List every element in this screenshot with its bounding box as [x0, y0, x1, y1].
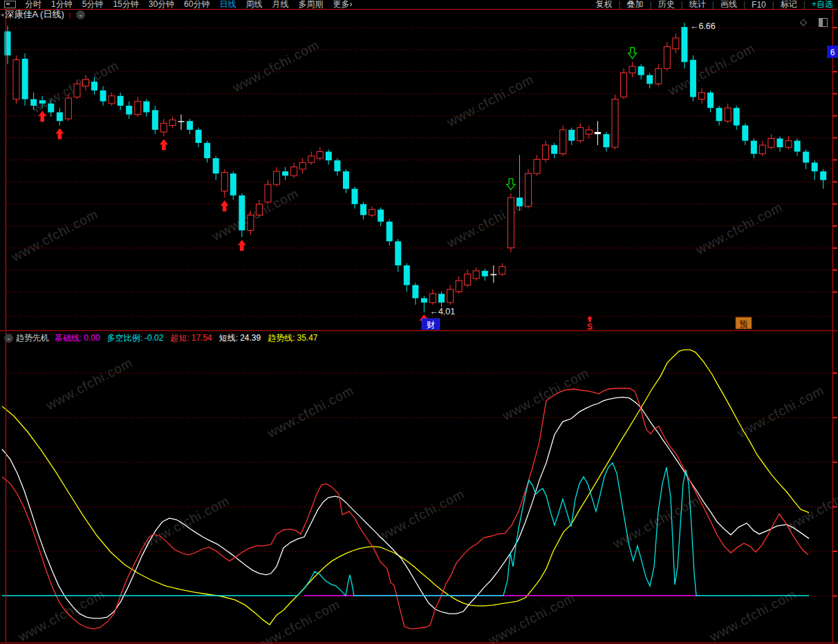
menu-tab-6[interactable]: 日线	[219, 0, 236, 9]
chevron-down-icon[interactable]: ⌄	[76, 10, 85, 19]
collapse-triangle-icon[interactable]: ◂	[1, 11, 4, 18]
indicator-name[interactable]: 趋势先机	[16, 332, 49, 344]
indicator-field-label: 短线:	[219, 333, 238, 343]
buy-arrow-icon	[160, 139, 168, 150]
indicator-lines	[2, 350, 809, 629]
menu-tool-5[interactable]: F10	[752, 0, 766, 10]
menu-separator: |	[650, 0, 652, 10]
menu-tab-9[interactable]: 多周期	[298, 0, 323, 9]
menu-tool-4[interactable]: 画线	[720, 0, 737, 10]
menu-tab-4[interactable]: 30分钟	[149, 0, 174, 9]
sell-arrow-icon	[507, 179, 515, 190]
menu-tab-3[interactable]: 15分钟	[113, 0, 138, 9]
indicator-line-超短	[2, 388, 808, 629]
menu-tab-7[interactable]: 周线	[245, 0, 262, 9]
split-view-icon[interactable]	[819, 18, 828, 27]
menu-tab-5[interactable]: 60分钟	[184, 0, 210, 9]
indicator-field-0: 基础线:0.00	[55, 333, 100, 343]
sell-arrow-icon	[628, 48, 637, 59]
chart-canvas[interactable]: ←6.66←4.01财S预6	[0, 0, 838, 644]
menu-separator: |	[618, 0, 620, 10]
menu-tool-1[interactable]: 叠加	[627, 0, 644, 10]
stock-title: 深康佳A (日线)	[6, 8, 64, 21]
menu-separator: |	[712, 0, 714, 10]
trading-app-window: 分时1分钟5分钟15分钟30分钟60分钟日线周线月线多周期更多› 复权|叠加|历…	[0, 0, 838, 644]
diamond-icon[interactable]: ◇	[800, 17, 807, 27]
indicator-line-短线	[2, 397, 809, 618]
menu-separator: |	[743, 0, 745, 10]
indicator-field-value: 17.54	[192, 333, 212, 343]
chevron-down-icon[interactable]: ⌄	[4, 334, 13, 343]
indicator-field-label: 趋势线:	[268, 333, 295, 343]
period-menu-bar: 分时1分钟5分钟15分钟30分钟60分钟日线周线月线多周期更多› 复权|叠加|历…	[0, 0, 838, 9]
menu-tool-6[interactable]: 标记	[781, 0, 797, 10]
indicator-header: ⌄ 趋势先机 基础线:0.00多空比例:-0.02超短:17.54短线:24.3…	[0, 332, 325, 344]
menu-tool-0[interactable]: 复权	[595, 0, 612, 10]
indicator-field-2: 超短:17.54	[170, 333, 212, 343]
indicator-field-value: -0.02	[145, 333, 163, 343]
price-axis-label: 6	[830, 48, 835, 57]
menu-tool-2[interactable]: 历史	[658, 0, 675, 10]
candle-series	[5, 23, 827, 312]
indicator-field-1: 多空比例:-0.02	[107, 333, 164, 343]
indicator-field-value: 35.47	[297, 333, 318, 343]
menu-tab-2[interactable]: 5分钟	[82, 0, 104, 9]
buy-arrow-icon	[221, 200, 229, 211]
menu-separator: |	[772, 0, 774, 10]
indicator-field-label: 多空比例:	[107, 333, 142, 343]
indicator-field-label: 基础线:	[55, 333, 82, 343]
low-price-label: ←4.01	[429, 307, 455, 316]
buy-arrow-icon	[38, 111, 46, 122]
chart-title-row: ◂ 深康佳A (日线) ↑ ⌄	[0, 10, 85, 19]
indicator-field-value: 24.39	[240, 333, 261, 343]
menu-tool-7[interactable]: +自选	[812, 0, 833, 10]
indicator-field-3: 短线:24.39	[219, 333, 261, 343]
high-price-label: ←6.66	[690, 21, 716, 31]
menu-tool-3[interactable]: 统计	[689, 0, 706, 10]
menu-separator: |	[681, 0, 683, 10]
window-icon[interactable]	[4, 1, 16, 8]
tools-menu-right: 复权|叠加|历史|统计|画线|F10|标记|+自选	[590, 0, 838, 10]
menu-tab-8[interactable]: 月线	[272, 0, 288, 9]
indicator-field-value: 0.00	[84, 333, 100, 343]
menu-tab-10[interactable]: 更多›	[333, 0, 352, 9]
svg-text:财: 财	[427, 320, 435, 330]
menu-separator: |	[803, 0, 806, 10]
indicator-values: 基础线:0.00多空比例:-0.02超短:17.54短线:24.39趋势线:35…	[55, 332, 325, 344]
buy-arrow-icon	[238, 240, 246, 251]
indicator-field-4: 趋势线:35.47	[268, 333, 317, 343]
indicator-line-趋势线	[2, 350, 809, 625]
svg-text:预: 预	[740, 319, 748, 329]
indicator-line-多空比例	[2, 463, 809, 596]
indicator-field-label: 超短:	[170, 333, 189, 343]
trend-up-icon: ↑	[68, 10, 73, 20]
